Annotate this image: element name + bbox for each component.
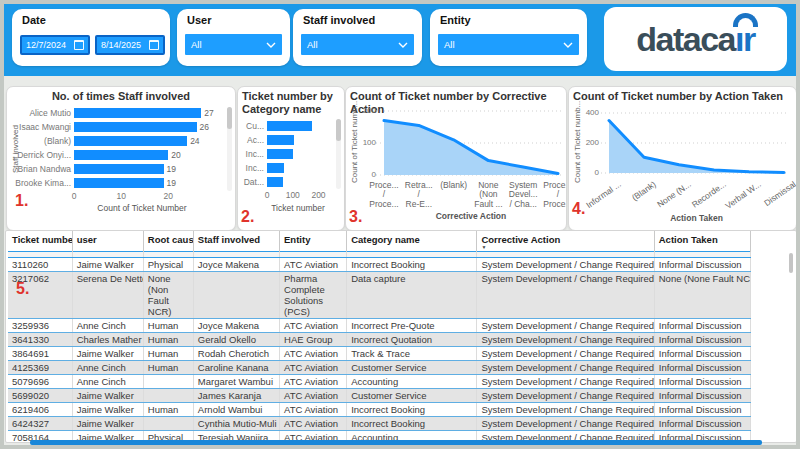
y-tick-label: 0 xyxy=(575,168,599,177)
cell: Charles Mather xyxy=(72,333,143,347)
bar[interactable] xyxy=(267,149,293,159)
bar[interactable] xyxy=(74,122,197,132)
cell: Human xyxy=(143,347,193,361)
column-header-user[interactable]: user xyxy=(72,231,143,252)
category-label: Dat... xyxy=(242,177,267,187)
cell: ATC Aviation xyxy=(280,389,347,403)
x-axis-title: Ticket number xyxy=(264,203,332,213)
bar[interactable] xyxy=(267,177,283,187)
chart-corrective-action: Count of Ticket number by Corrective Act… xyxy=(345,86,567,231)
cell: 3110260 xyxy=(8,258,72,272)
bar[interactable] xyxy=(74,136,187,146)
bar-value-label: 27 xyxy=(204,108,213,118)
chart-scrollbar[interactable] xyxy=(336,119,341,189)
cell: ATC Aviation xyxy=(280,319,347,333)
area-series[interactable] xyxy=(384,121,558,175)
date-start-input[interactable]: 12/7/2024 xyxy=(20,35,90,55)
column-header-staff-involved[interactable]: Staff involved xyxy=(193,231,279,252)
ticket-table-card: Ticket numberuserRoot causeStaff involve… xyxy=(5,230,797,443)
table-row[interactable]: 5079696Anne CinchMargaret WambuiATC Avia… xyxy=(8,375,751,389)
table-row[interactable]: 3217062Serena De NettoNone (Non Fault NC… xyxy=(8,272,751,319)
cell: Incorrect Booking xyxy=(347,403,477,417)
cell: System Development / Change Required xyxy=(477,319,654,333)
annotation-2: 2. xyxy=(241,208,254,226)
bar[interactable] xyxy=(267,121,312,131)
cell: Caroline Kanana xyxy=(193,361,279,375)
bar-row: Inc... xyxy=(238,147,332,161)
category-label: Derrick Onyi... xyxy=(11,150,74,160)
bar[interactable] xyxy=(267,135,294,145)
cell: Jaime Walker xyxy=(72,417,143,431)
cell: Informal Discussion xyxy=(654,347,750,361)
table-row[interactable]: 3259936Anne CinchHumanJoyce MakenaATC Av… xyxy=(8,319,751,333)
category-label: Isaac Mwangi xyxy=(11,122,74,132)
table-row[interactable]: 3110260Jaime WalkerPhysicalJoyce MakenaA… xyxy=(8,258,751,272)
table-row[interactable]: 6219406Jaime WalkerHumanArnold WambuiATC… xyxy=(8,403,751,417)
x-tick-label: 0 xyxy=(256,190,278,200)
x-tick-label: 100 xyxy=(282,190,304,200)
column-header-category-name[interactable]: Category name xyxy=(347,231,477,252)
chart-action-taken: Count of Ticket number by Action Taken C… xyxy=(568,86,797,231)
chart-scrollbar[interactable] xyxy=(227,107,232,191)
column-header-ticket-number[interactable]: Ticket number xyxy=(8,231,72,252)
cell: Customer Service xyxy=(347,361,477,375)
cell: ATC Aviation xyxy=(280,417,347,431)
cell xyxy=(143,375,193,389)
cell: HAE Group xyxy=(280,333,347,347)
calendar-icon xyxy=(149,40,159,50)
cell: 6219406 xyxy=(8,403,72,417)
bar-row: Alice Mutio27 xyxy=(7,106,223,120)
column-header-entity[interactable]: Entity xyxy=(280,231,347,252)
cell: 3864691 xyxy=(8,347,72,361)
chevron-down-icon xyxy=(266,42,276,48)
entity-slicer-label: Entity xyxy=(440,14,471,26)
cell: 3641330 xyxy=(8,333,72,347)
entity-dropdown[interactable]: All xyxy=(438,34,579,55)
bar-row: Brian Nandwa19 xyxy=(7,162,223,176)
staff-dropdown[interactable]: All xyxy=(301,34,414,55)
table-row[interactable]: 5699020Jaime WalkerJames KaranjaATC Avia… xyxy=(8,389,751,403)
x-axis-title: Corrective Action xyxy=(384,211,558,221)
bar[interactable] xyxy=(74,150,168,160)
column-header-corrective-action[interactable]: Corrective Action▼ xyxy=(477,231,654,252)
cell: Informal Discussion xyxy=(654,375,750,389)
cell: System Development / Change Required xyxy=(477,333,654,347)
table-row[interactable]: 4125369Anne CinchHumanCaroline KananaATC… xyxy=(8,361,751,375)
cell: ATC Aviation xyxy=(280,361,347,375)
staff-slicer-card: Staff involved All xyxy=(293,9,422,66)
category-label: Inc... xyxy=(242,149,267,159)
user-dropdown[interactable]: All xyxy=(185,34,282,55)
bar-row: Derrick Onyi...20 xyxy=(7,148,223,162)
table-horizontal-scrollbar[interactable] xyxy=(30,440,762,445)
table-scrollbar[interactable] xyxy=(789,253,793,273)
chart-title: Ticket number by Category name xyxy=(238,87,344,115)
date-end-input[interactable]: 8/14/2025 xyxy=(95,35,165,55)
category-label: Cu... xyxy=(242,121,267,131)
cell: ATC Aviation xyxy=(280,258,347,272)
table-row[interactable]: 6424327Jaime WalkerCynthia Mutio-MuliATC… xyxy=(8,417,751,431)
bar[interactable] xyxy=(74,108,201,118)
staff-dropdown-value: All xyxy=(307,39,398,50)
table-row[interactable]: 3864691Jaime WalkerHumanRodah CherotichA… xyxy=(8,347,751,361)
column-header-root-cause[interactable]: Root cause xyxy=(143,231,193,252)
cell: Jaime Walker xyxy=(72,403,143,417)
table-row[interactable]: 3641330Charles MatherHumanGerald OkelloH… xyxy=(8,333,751,347)
cell: System Development / Change Required xyxy=(477,417,654,431)
cell: 5079696 xyxy=(8,375,72,389)
y-tick-label: 400 xyxy=(575,108,599,117)
staff-slicer-label: Staff involved xyxy=(303,14,375,26)
chart-staff-involved: No. of times Staff involved Staff involv… xyxy=(6,86,236,231)
annotation-1: 1. xyxy=(15,192,28,210)
cell: Data capture xyxy=(347,272,477,319)
bar-row: Dat... xyxy=(238,175,332,189)
x-axis-title: Action Taken xyxy=(609,213,784,223)
cell: System Development / Change Required xyxy=(477,361,654,375)
column-header-action-taken[interactable]: Action Taken xyxy=(654,231,750,252)
bar[interactable] xyxy=(74,178,164,188)
bar[interactable] xyxy=(74,164,164,174)
bar[interactable] xyxy=(267,163,284,173)
cell: Anne Cinch xyxy=(72,375,143,389)
cell: Physical xyxy=(143,258,193,272)
cell: System Development / Change Required xyxy=(477,403,654,417)
category-label: Alice Mutio xyxy=(11,108,74,118)
